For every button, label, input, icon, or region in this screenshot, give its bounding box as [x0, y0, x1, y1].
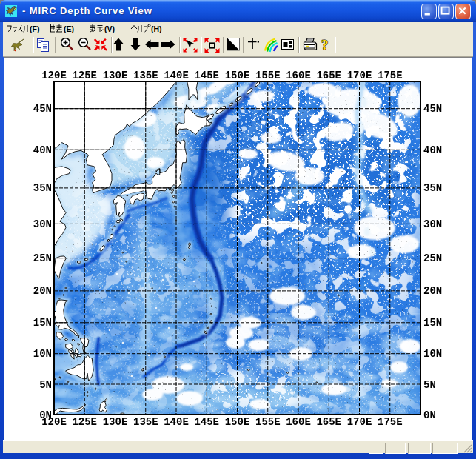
svg-text:30N: 30N	[423, 218, 442, 230]
svg-text:(H): (H)	[151, 24, 162, 33]
svg-text:150E: 150E	[225, 70, 250, 81]
svg-text:20N: 20N	[423, 285, 442, 297]
svg-text:145E: 145E	[194, 70, 219, 81]
svg-text:175E: 175E	[378, 416, 403, 428]
svg-text:0N: 0N	[423, 409, 436, 421]
svg-text:5N: 5N	[39, 379, 52, 391]
svg-text:25N: 25N	[423, 252, 442, 264]
svg-text:45N: 45N	[423, 103, 442, 115]
svg-text:35N: 35N	[33, 182, 52, 194]
svg-text:140E: 140E	[164, 416, 189, 428]
svg-text:140E: 140E	[164, 70, 189, 81]
svg-text:15N: 15N	[33, 317, 52, 329]
svg-text:130E: 130E	[103, 70, 128, 81]
svg-text:(F): (F)	[30, 24, 39, 33]
svg-text:10N: 10N	[423, 348, 442, 360]
svg-text:160E: 160E	[286, 70, 311, 81]
svg-text:45N: 45N	[33, 103, 52, 115]
svg-text:160E: 160E	[286, 416, 311, 428]
svg-text:165E: 165E	[316, 416, 341, 428]
svg-text:25N: 25N	[33, 252, 52, 264]
svg-text:(V): (V)	[104, 24, 115, 33]
svg-text:155E: 155E	[255, 70, 281, 81]
svg-text:40N: 40N	[423, 144, 442, 156]
svg-text:130E: 130E	[103, 416, 128, 428]
svg-text:20N: 20N	[33, 285, 52, 297]
svg-text:5N: 5N	[423, 379, 436, 391]
svg-text:170E: 170E	[347, 70, 372, 81]
svg-text:125E: 125E	[72, 416, 97, 428]
svg-text:150E: 150E	[225, 416, 250, 428]
svg-text:165E: 165E	[316, 70, 341, 81]
svg-text:125E: 125E	[72, 70, 97, 81]
svg-text:145E: 145E	[194, 416, 219, 428]
svg-text:?: ?	[321, 37, 329, 53]
svg-text:40N: 40N	[33, 144, 52, 156]
svg-text:120E: 120E	[41, 70, 67, 81]
svg-text:0N: 0N	[39, 409, 52, 421]
svg-text:30N: 30N	[33, 218, 52, 230]
svg-text:(E): (E)	[64, 24, 74, 33]
svg-text:170E: 170E	[347, 416, 372, 428]
svg-text:135E: 135E	[133, 70, 158, 81]
svg-text:35N: 35N	[423, 182, 442, 194]
svg-text:175E: 175E	[378, 70, 403, 81]
svg-text:15N: 15N	[423, 317, 442, 329]
svg-text:155E: 155E	[255, 416, 281, 428]
svg-text:135E: 135E	[133, 416, 158, 428]
svg-text:10N: 10N	[33, 348, 52, 360]
